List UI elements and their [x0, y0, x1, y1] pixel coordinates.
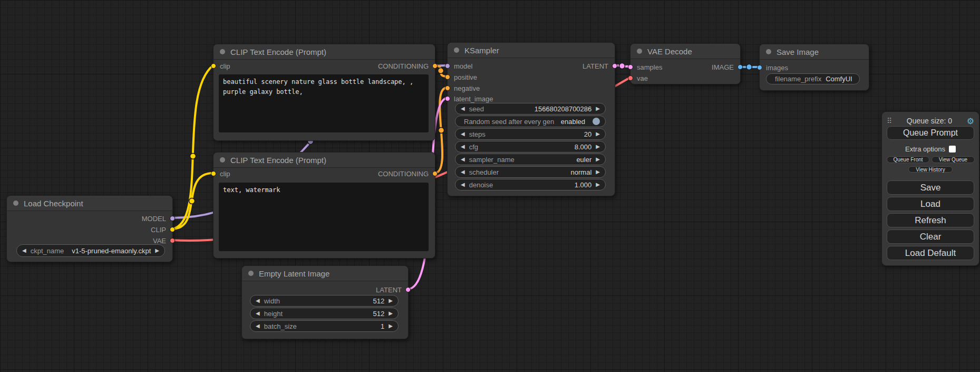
clear-button[interactable]: Clear — [887, 230, 974, 244]
node-title-bar[interactable]: VAE Decode — [630, 44, 740, 59]
node-title-bar[interactable]: Empty Latent Image — [242, 266, 408, 281]
arrow-right-icon[interactable]: ▶ — [155, 248, 159, 253]
prompt-textarea[interactable]: text, watermark — [219, 183, 429, 251]
output-port-conditioning[interactable]: CONDITIONING — [378, 62, 438, 70]
toggle-icon[interactable] — [593, 118, 600, 125]
node-save-image[interactable]: Save Image images filename_prefix ComfyU… — [759, 44, 869, 91]
arrow-right-icon[interactable]: ▶ — [596, 182, 600, 187]
load-button[interactable]: Load — [887, 197, 974, 211]
conditioning-port-dot[interactable] — [432, 171, 438, 176]
drag-handle-icon[interactable]: ⠿ — [887, 117, 892, 125]
latent-port-dot[interactable] — [405, 287, 411, 292]
arrow-right-icon[interactable]: ▶ — [596, 144, 600, 149]
output-port-latent[interactable]: LATENT — [583, 62, 617, 70]
input-port-positive[interactable]: positive — [445, 73, 477, 81]
clip-port-dot[interactable] — [211, 63, 216, 69]
arrow-right-icon[interactable]: ▶ — [389, 298, 393, 303]
node-title-bar[interactable]: CLIP Text Encode (Prompt) — [214, 152, 435, 168]
arrow-left-icon[interactable]: ◀ — [461, 169, 465, 175]
node-title-bar[interactable]: Save Image — [760, 44, 869, 60]
arrow-left-icon[interactable]: ◀ — [256, 311, 260, 316]
widget-denoise[interactable]: ◀ denoise 1.000 ▶ — [455, 179, 606, 190]
image-port-dot[interactable] — [757, 65, 762, 70]
input-port-vae[interactable]: vae — [628, 74, 648, 82]
node-clip-text-encode-negative[interactable]: CLIP Text Encode (Prompt) clip CONDITION… — [213, 152, 435, 259]
node-clip-text-encode-positive[interactable]: CLIP Text Encode (Prompt) clip CONDITION… — [213, 44, 435, 141]
load-default-button[interactable]: Load Default — [887, 246, 974, 260]
node-ksampler[interactable]: KSampler model positive negative latent_… — [447, 42, 615, 196]
extra-options-checkbox[interactable] — [949, 146, 956, 152]
node-title-bar[interactable]: CLIP Text Encode (Prompt) — [214, 44, 435, 60]
widget-seed[interactable]: ◀ seed 156680208700286 ▶ — [455, 103, 606, 115]
output-port-vae[interactable]: VAE — [153, 236, 175, 245]
output-port-image[interactable]: IMAGE — [712, 63, 743, 71]
input-port-clip[interactable]: clip — [211, 62, 230, 70]
arrow-left-icon[interactable]: ◀ — [256, 298, 260, 303]
input-port-samples[interactable]: samples — [628, 63, 662, 71]
node-load-checkpoint[interactable]: Load Checkpoint MODEL CLIP VAE ◀ ckpt_na… — [6, 195, 173, 262]
node-empty-latent-image[interactable]: Empty Latent Image LATENT ◀ width 512 ▶ … — [241, 265, 409, 339]
arrow-left-icon[interactable]: ◀ — [461, 144, 465, 149]
widget-width[interactable]: ◀ width 512 ▶ — [250, 295, 399, 307]
output-port-latent[interactable]: LATENT — [376, 285, 411, 294]
save-button[interactable]: Save — [887, 180, 974, 195]
arrow-right-icon[interactable]: ▶ — [389, 323, 393, 329]
comfyui-canvas[interactable]: { "icons": { "arrow_left": "◀", "arrow_r… — [0, 0, 980, 372]
widget-filename-prefix[interactable]: filename_prefix ComfyUI — [766, 73, 860, 84]
arrow-left-icon[interactable]: ◀ — [256, 323, 260, 329]
widget-ckpt-name[interactable]: ◀ ckpt_name v1-5-pruned-emaonly.ckpt ▶ — [16, 244, 165, 257]
output-port-clip[interactable]: CLIP — [151, 225, 175, 234]
widget-sampler-name[interactable]: ◀ sampler_name euler ▶ — [455, 154, 606, 165]
node-vae-decode[interactable]: VAE Decode samples vae IMAGE — [630, 43, 741, 84]
collapse-dot-icon[interactable] — [454, 47, 459, 53]
input-port-images[interactable]: images — [757, 63, 788, 72]
arrow-left-icon[interactable]: ◀ — [461, 157, 465, 162]
node-title-bar[interactable]: KSampler — [448, 43, 615, 58]
widget-cfg[interactable]: ◀ cfg 8.000 ▶ — [455, 141, 606, 152]
prompt-textarea[interactable]: beautiful scenery nature glass bottle la… — [219, 74, 429, 132]
output-port-model[interactable]: MODEL — [142, 214, 175, 223]
arrow-right-icon[interactable]: ▶ — [596, 131, 600, 137]
model-port-dot[interactable] — [170, 216, 175, 221]
collapse-dot-icon[interactable] — [220, 49, 225, 54]
output-port-conditioning[interactable]: CONDITIONING — [378, 169, 438, 178]
node-title-bar[interactable]: Load Checkpoint — [7, 196, 172, 211]
input-port-clip[interactable]: clip — [211, 169, 230, 178]
arrow-right-icon[interactable]: ▶ — [596, 157, 600, 162]
arrow-right-icon[interactable]: ▶ — [596, 169, 600, 175]
model-port-dot[interactable] — [445, 63, 450, 69]
queue-front-button[interactable]: Queue Front — [887, 156, 929, 163]
input-port-latent-image[interactable]: latent_image — [445, 94, 493, 103]
widget-height[interactable]: ◀ height 512 ▶ — [250, 308, 399, 319]
refresh-button[interactable]: Refresh — [887, 213, 974, 227]
collapse-dot-icon[interactable] — [637, 49, 642, 54]
collapse-dot-icon[interactable] — [248, 271, 254, 276]
queue-prompt-button[interactable]: Queue Prompt — [887, 126, 974, 140]
clip-port-dot[interactable] — [211, 171, 216, 176]
widget-scheduler[interactable]: ◀ scheduler normal ▶ — [455, 166, 606, 178]
conditioning-port-dot[interactable] — [445, 74, 450, 80]
arrow-left-icon[interactable]: ◀ — [461, 106, 465, 111]
widget-steps[interactable]: ◀ steps 20 ▶ — [455, 128, 606, 140]
input-port-model[interactable]: model — [445, 62, 472, 70]
arrow-left-icon[interactable]: ◀ — [22, 248, 26, 253]
settings-gear-icon[interactable]: ⚙ — [967, 116, 974, 126]
clip-port-dot[interactable] — [170, 227, 175, 232]
arrow-right-icon[interactable]: ▶ — [596, 106, 600, 111]
vae-port-dot[interactable] — [170, 238, 175, 243]
vae-port-dot[interactable] — [628, 75, 633, 81]
collapse-dot-icon[interactable] — [766, 49, 771, 54]
latent-port-dot[interactable] — [612, 63, 617, 69]
arrow-left-icon[interactable]: ◀ — [461, 182, 465, 187]
arrow-left-icon[interactable]: ◀ — [461, 131, 465, 137]
conditioning-port-dot[interactable] — [432, 63, 438, 69]
latent-port-dot[interactable] — [628, 64, 633, 70]
input-port-negative[interactable]: negative — [445, 84, 480, 92]
collapse-dot-icon[interactable] — [220, 157, 225, 163]
image-port-dot[interactable] — [738, 64, 743, 70]
collapse-dot-icon[interactable] — [13, 201, 18, 206]
arrow-right-icon[interactable]: ▶ — [389, 311, 393, 316]
view-history-button[interactable]: View History — [908, 166, 953, 173]
widget-random-seed-toggle[interactable]: Random seed after every gen enabled — [455, 116, 606, 127]
widget-batch-size[interactable]: ◀ batch_size 1 ▶ — [250, 320, 399, 332]
